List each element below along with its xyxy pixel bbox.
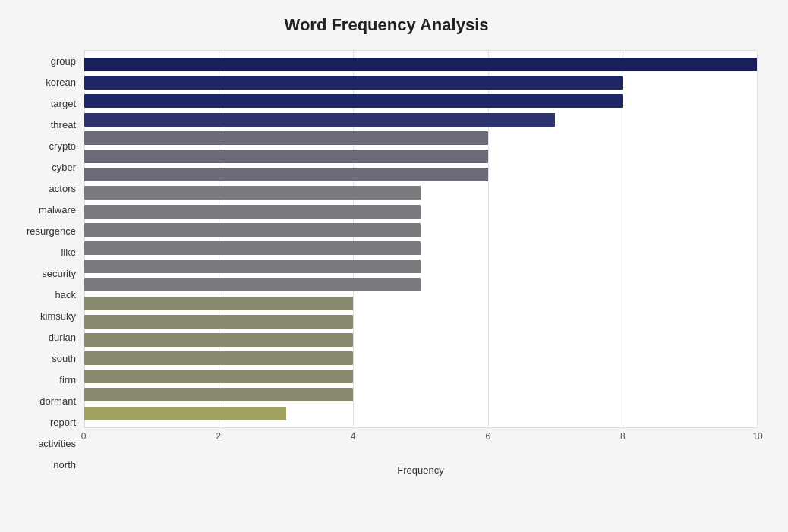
- bar: [84, 150, 488, 163]
- bar: [84, 131, 488, 145]
- y-label: dormant: [39, 396, 76, 406]
- bars-and-grid: 0246810 Frequency: [84, 50, 758, 476]
- y-label: hack: [55, 290, 76, 300]
- chart-title: Word Frequency Analysis: [15, 15, 758, 35]
- grid-and-bars: [84, 50, 758, 428]
- bar: [84, 388, 353, 401]
- bar: [84, 186, 421, 200]
- bar-row: [84, 276, 757, 293]
- bar-row: [84, 350, 757, 367]
- bar: [84, 278, 421, 291]
- y-labels: groupkoreantargetthreatcryptocyberactors…: [15, 50, 84, 476]
- bar-row: [84, 222, 757, 238]
- bar-row: [84, 56, 757, 73]
- bar-row: [84, 332, 757, 348]
- chart-container: Word Frequency Analysis groupkoreantarge…: [0, 0, 788, 532]
- bar: [84, 223, 421, 237]
- bar: [84, 76, 623, 90]
- bar-row: [84, 240, 757, 257]
- bar: [84, 94, 623, 108]
- y-label: durian: [49, 332, 76, 342]
- bar-row: [84, 203, 757, 220]
- y-label: group: [51, 56, 76, 66]
- bar: [84, 260, 421, 273]
- bar-row: [84, 405, 757, 422]
- bar-row: [84, 184, 757, 201]
- x-axis-label: Frequency: [84, 464, 758, 476]
- x-axis-container: 0246810: [84, 428, 758, 451]
- y-label: threat: [51, 120, 76, 130]
- bar: [84, 241, 421, 255]
- y-label: firm: [59, 375, 76, 385]
- bar: [84, 407, 286, 420]
- y-label: crypto: [49, 141, 76, 151]
- y-label: security: [42, 269, 76, 279]
- x-tick: 10: [752, 431, 762, 442]
- bar-row: [84, 313, 757, 330]
- bar: [84, 370, 353, 383]
- y-label: north: [53, 460, 76, 470]
- y-label: cyber: [52, 162, 76, 172]
- y-label: actors: [49, 184, 76, 194]
- bar: [84, 297, 353, 310]
- bar-row: [84, 148, 757, 165]
- grid-line: [757, 51, 758, 427]
- y-label: report: [50, 417, 76, 427]
- x-tick: 8: [620, 431, 626, 442]
- y-label: target: [51, 99, 76, 109]
- x-tick: 4: [351, 431, 356, 442]
- y-label: activities: [38, 439, 76, 449]
- bar: [84, 315, 353, 329]
- bars-wrapper: [84, 51, 757, 427]
- bar: [84, 351, 353, 365]
- bar-row: [84, 93, 757, 109]
- bar-row: [84, 166, 757, 183]
- bar-row: [84, 386, 757, 403]
- y-label: kimsuky: [40, 311, 76, 321]
- bar: [84, 205, 421, 219]
- bar-row: [84, 112, 757, 128]
- bar-row: [84, 295, 757, 312]
- bar: [84, 333, 353, 347]
- bar-row: [84, 368, 757, 385]
- bar-row: [84, 258, 757, 275]
- x-tick: 2: [216, 431, 221, 442]
- bar-row: [84, 74, 757, 91]
- bar-row: [84, 130, 757, 146]
- bar: [84, 168, 488, 181]
- chart-area: groupkoreantargetthreatcryptocyberactors…: [15, 50, 758, 476]
- y-label: resurgence: [27, 226, 76, 236]
- y-label: south: [52, 354, 76, 364]
- x-tick: 0: [81, 431, 87, 442]
- x-tick: 6: [485, 431, 490, 442]
- bar: [84, 113, 555, 127]
- y-label: like: [61, 247, 76, 257]
- y-label: malware: [39, 205, 76, 215]
- y-label: korean: [46, 77, 76, 87]
- bar: [84, 58, 757, 71]
